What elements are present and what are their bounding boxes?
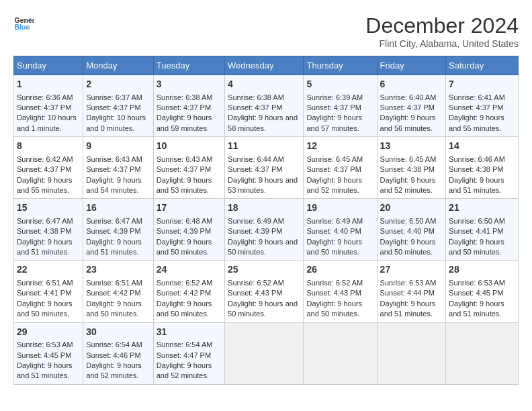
header-friday: Friday [377, 56, 446, 75]
daylight-label: Daylight: 9 hours and 50 minutes. [228, 238, 298, 256]
day-number: 5 [306, 78, 373, 91]
calendar-cell: 9Sunrise: 6:43 AMSunset: 4:37 PMDaylight… [83, 137, 154, 199]
daylight-label: Daylight: 9 hours and 51 minutes. [17, 361, 73, 379]
week-row-5: 29Sunrise: 6:53 AMSunset: 4:45 PMDayligh… [14, 322, 519, 384]
calendar-cell: 24Sunrise: 6:52 AMSunset: 4:42 PMDayligh… [153, 261, 224, 322]
day-number: 15 [17, 201, 80, 215]
header-monday: Monday [83, 56, 154, 75]
sunset: Sunset: 4:38 PM [380, 165, 435, 173]
sunrise: Sunrise: 6:37 AM [86, 93, 142, 101]
week-row-4: 22Sunrise: 6:51 AMSunset: 4:41 PMDayligh… [14, 261, 519, 322]
day-number: 2 [86, 78, 150, 91]
calendar-cell: 13Sunrise: 6:45 AMSunset: 4:38 PMDayligh… [377, 137, 446, 199]
calendar-cell: 15Sunrise: 6:47 AMSunset: 4:38 PMDayligh… [14, 199, 83, 261]
sunrise: Sunrise: 6:52 AM [157, 279, 213, 287]
daylight-label: Daylight: 9 hours and 50 minutes. [306, 238, 362, 256]
sunset: Sunset: 4:37 PM [157, 165, 211, 173]
daylight-label: Daylight: 9 hours and 55 minutes. [449, 113, 504, 132]
sunset: Sunset: 4:37 PM [306, 165, 361, 173]
daylight-label: Daylight: 9 hours and 50 minutes. [17, 300, 73, 318]
calendar-cell: 6Sunrise: 6:40 AMSunset: 4:37 PMDaylight… [377, 75, 446, 137]
sunset: Sunset: 4:37 PM [86, 165, 140, 173]
sunrise: Sunrise: 6:46 AM [449, 155, 505, 163]
calendar-cell: 27Sunrise: 6:53 AMSunset: 4:44 PMDayligh… [377, 261, 446, 322]
sunrise: Sunrise: 6:51 AM [17, 279, 73, 287]
sunrise: Sunrise: 6:40 AM [380, 93, 437, 101]
sunset: Sunset: 4:37 PM [17, 103, 71, 111]
main-title: December 2024 [365, 13, 519, 38]
daylight-label: Daylight: 9 hours and 50 minutes. [157, 238, 212, 256]
day-number: 3 [157, 78, 222, 91]
daylight-label: Daylight: 9 hours and 59 minutes. [157, 113, 212, 132]
calendar-cell [446, 322, 519, 384]
day-number: 7 [449, 78, 515, 91]
sunrise: Sunrise: 6:54 AM [86, 340, 142, 349]
daylight-label: Daylight: 10 hours and 0 minutes. [86, 113, 146, 132]
calendar-cell: 3Sunrise: 6:38 AMSunset: 4:37 PMDaylight… [153, 75, 224, 137]
sunrise: Sunrise: 6:50 AM [380, 217, 437, 225]
calendar-cell: 1Sunrise: 6:36 AMSunset: 4:37 PMDaylight… [14, 75, 83, 137]
daylight-label: Daylight: 9 hours and 51 minutes. [449, 300, 504, 318]
sunset: Sunset: 4:38 PM [449, 165, 503, 173]
sunset: Sunset: 4:37 PM [86, 103, 140, 111]
daylight-label: Daylight: 9 hours and 52 minutes. [306, 176, 362, 194]
sunrise: Sunrise: 6:51 AM [86, 279, 142, 287]
sunrise: Sunrise: 6:47 AM [17, 217, 73, 225]
day-number: 17 [157, 201, 222, 215]
daylight-label: Daylight: 9 hours and 51 minutes. [380, 300, 436, 318]
day-number: 8 [17, 140, 80, 153]
calendar-cell: 26Sunrise: 6:52 AMSunset: 4:43 PMDayligh… [304, 261, 377, 322]
sunrise: Sunrise: 6:50 AM [449, 217, 505, 225]
calendar-cell: 17Sunrise: 6:48 AMSunset: 4:39 PMDayligh… [153, 199, 224, 261]
calendar-cell: 22Sunrise: 6:51 AMSunset: 4:41 PMDayligh… [14, 261, 83, 322]
sunset: Sunset: 4:42 PM [157, 289, 211, 297]
calendar-cell: 5Sunrise: 6:39 AMSunset: 4:37 PMDaylight… [304, 75, 377, 137]
calendar-cell: 2Sunrise: 6:37 AMSunset: 4:37 PMDaylight… [83, 75, 154, 137]
sunrise: Sunrise: 6:52 AM [228, 279, 284, 287]
sunrise: Sunrise: 6:39 AM [306, 93, 363, 101]
daylight-label: Daylight: 9 hours and 52 minutes. [86, 361, 142, 379]
daylight-label: Daylight: 9 hours and 58 minutes. [228, 113, 298, 132]
sunset: Sunset: 4:37 PM [17, 165, 71, 173]
week-row-2: 8Sunrise: 6:42 AMSunset: 4:37 PMDaylight… [14, 137, 519, 199]
calendar-cell: 29Sunrise: 6:53 AMSunset: 4:45 PMDayligh… [14, 322, 83, 384]
sunset: Sunset: 4:44 PM [380, 289, 435, 297]
sunrise: Sunrise: 6:53 AM [17, 340, 73, 349]
week-row-3: 15Sunrise: 6:47 AMSunset: 4:38 PMDayligh… [14, 199, 519, 261]
day-number: 21 [449, 201, 515, 215]
sunset: Sunset: 4:43 PM [228, 289, 282, 297]
calendar-cell: 11Sunrise: 6:44 AMSunset: 4:37 PMDayligh… [225, 137, 304, 199]
sunset: Sunset: 4:37 PM [228, 165, 282, 173]
daylight-label: Daylight: 9 hours and 50 minutes. [157, 300, 212, 318]
day-number: 6 [380, 78, 443, 91]
daylight-label: Daylight: 9 hours and 55 minutes. [17, 176, 73, 194]
sunrise: Sunrise: 6:49 AM [228, 217, 284, 225]
sunrise: Sunrise: 6:44 AM [228, 155, 284, 163]
day-number: 29 [17, 326, 80, 339]
calendar-cell: 30Sunrise: 6:54 AMSunset: 4:46 PMDayligh… [83, 322, 154, 384]
day-number: 22 [17, 263, 80, 277]
calendar-cell [225, 322, 304, 384]
sunset: Sunset: 4:39 PM [157, 227, 211, 235]
logo-icon: General Blue [13, 13, 34, 34]
calendar-cell: 20Sunrise: 6:50 AMSunset: 4:40 PMDayligh… [377, 199, 446, 261]
daylight-label: Daylight: 9 hours and 57 minutes. [306, 113, 362, 132]
day-number: 23 [86, 263, 150, 277]
week-row-1: 1Sunrise: 6:36 AMSunset: 4:37 PMDaylight… [14, 75, 519, 137]
svg-text:Blue: Blue [15, 23, 30, 31]
daylight-label: Daylight: 9 hours and 51 minutes. [86, 238, 142, 256]
day-number: 18 [228, 201, 300, 215]
sunrise: Sunrise: 6:38 AM [157, 93, 213, 101]
sunset: Sunset: 4:41 PM [17, 289, 71, 297]
calendar-cell: 23Sunrise: 6:51 AMSunset: 4:42 PMDayligh… [83, 261, 154, 322]
day-number: 30 [86, 326, 150, 339]
calendar-cell [304, 322, 377, 384]
sunrise: Sunrise: 6:43 AM [157, 155, 213, 163]
sunrise: Sunrise: 6:45 AM [380, 155, 437, 163]
sunset: Sunset: 4:37 PM [157, 103, 211, 111]
sunrise: Sunrise: 6:42 AM [17, 155, 73, 163]
day-number: 31 [157, 326, 222, 339]
daylight-label: Daylight: 10 hours and 1 minute. [17, 113, 77, 132]
day-number: 25 [228, 263, 300, 277]
day-number: 9 [86, 140, 150, 153]
